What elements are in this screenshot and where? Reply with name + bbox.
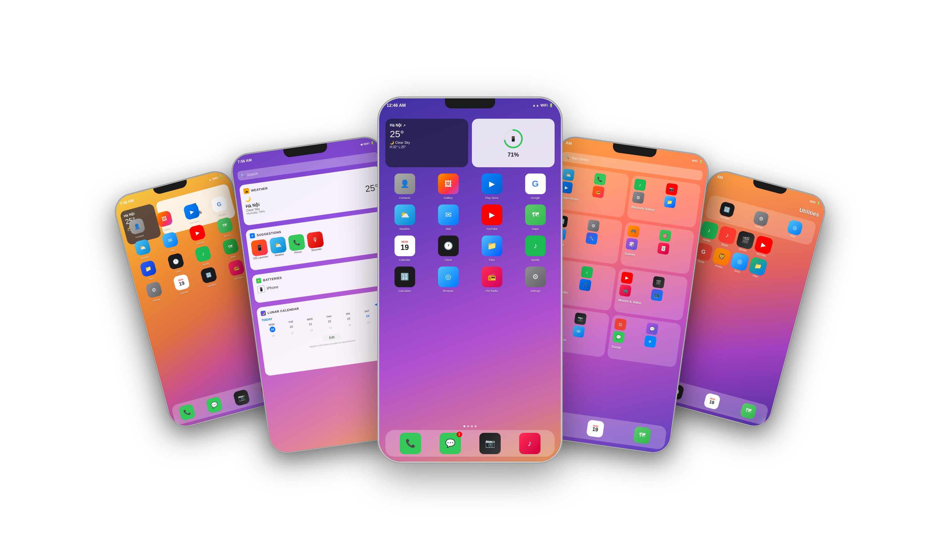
time-fr: AM xyxy=(717,174,723,180)
app-spotify[interactable]: ♪ Spotify xyxy=(516,235,555,262)
dock-music[interactable]: ♪ xyxy=(519,433,541,454)
ios-launcher-icon[interactable]: 📱 xyxy=(251,239,268,257)
files-fr-icon[interactable]: 📁 xyxy=(748,257,768,277)
photos-fr-icon[interactable]: 🦁 xyxy=(712,247,732,267)
app-cell[interactable]: 🗺 Maps xyxy=(217,237,246,261)
spotify-app-icon[interactable]: ♪ xyxy=(525,235,546,256)
section-games[interactable]: 🎮 🎯 🎲 🃏 Games xyxy=(620,222,695,274)
spotify-icon-fl[interactable]: ♪ xyxy=(194,245,212,263)
playstore-app-icon[interactable]: ▶ xyxy=(482,174,502,194)
phone-dock-icon[interactable]: 📞 xyxy=(400,433,421,454)
google-app-icon[interactable]: G xyxy=(525,174,546,194)
weather-sugg-icon[interactable]: ⛅ xyxy=(269,236,287,254)
app-settings[interactable]: ⚙ Settings xyxy=(516,266,555,292)
browser-util-icon[interactable]: ◎ xyxy=(786,219,803,236)
dock-messages[interactable]: 💬 1 xyxy=(439,433,461,454)
weather-widget-center: Hà Nội ↗ 25° 🌙 Clear Sky H:32° L:25° xyxy=(385,119,468,167)
phone-sugg-icon[interactable]: 📞 xyxy=(288,234,305,251)
app-cell[interactable]: ▶ YouTube xyxy=(183,223,213,248)
clock-app-icon[interactable]: 🕐 xyxy=(438,235,459,256)
app-browser[interactable]: ◎ Browser xyxy=(429,266,467,292)
clock-icon-fl[interactable]: 🕐 xyxy=(167,252,185,270)
edit-button-lc[interactable]: Edit xyxy=(322,333,341,342)
app-gallery[interactable]: 🖼 Gallery xyxy=(429,174,467,200)
dot-1 xyxy=(464,425,465,427)
files-app-icon[interactable]: 📁 xyxy=(482,235,502,256)
files-icon-fl[interactable]: 📁 xyxy=(139,260,157,277)
dock-camera[interactable]: 📷 xyxy=(479,433,501,454)
app-cell[interactable]: ✉ Mail xyxy=(156,230,185,255)
camera-dock-fl[interactable]: 📷 xyxy=(233,389,250,406)
app-clock[interactable]: 🕐 Clock xyxy=(429,235,467,262)
app-cell[interactable]: ♪ Spotify xyxy=(189,244,218,268)
gallery-app-icon[interactable]: 🖼 xyxy=(438,174,459,194)
gallery-icon[interactable]: 🖼 xyxy=(156,210,173,228)
maps-dock-rc[interactable]: 🗺 xyxy=(633,426,652,445)
phone-dock-fl[interactable]: 📞 xyxy=(178,403,196,421)
app-cell[interactable]: ⚙ Settings xyxy=(140,280,169,305)
app-fmradio[interactable]: 📻 FM Radio xyxy=(473,266,511,292)
section-social[interactable]: G 💬 💬 ✈ Social xyxy=(607,314,681,368)
widgets-row-center: Hà Nội ↗ 25° 🌙 Clear Sky H:32° L:25° 📱 xyxy=(385,119,555,167)
music-fr-icon[interactable]: ♪ xyxy=(718,225,738,245)
camera-dock-icon[interactable]: 📷 xyxy=(479,433,501,454)
time-center: 12:46 AM xyxy=(387,103,406,108)
maps-app-icon[interactable]: 🗺 xyxy=(525,205,546,225)
youtube-icon-fl[interactable]: ▶ xyxy=(189,224,206,242)
weather-app-icon[interactable]: ⛅ xyxy=(394,205,415,225)
app-calendar[interactable]: MON 19 Calendar xyxy=(385,235,424,262)
search-placeholder-lc: Search xyxy=(247,172,258,177)
calendar-dock-fr[interactable]: MON 19 xyxy=(703,392,721,410)
contacts-app-icon[interactable]: 👤 xyxy=(394,174,415,194)
app-cell[interactable]: 🕐 Clock xyxy=(162,251,191,276)
fmradio-app-icon[interactable]: 📻 xyxy=(482,266,502,287)
app-contacts[interactable]: 👤 Contacts xyxy=(385,174,424,200)
badge-messages: 1 xyxy=(456,432,462,437)
maps-icon-fl[interactable]: 🗺 xyxy=(222,238,239,255)
messages-dock-fl[interactable]: 💬 xyxy=(205,396,223,414)
app-cell[interactable]: 📁 Files xyxy=(134,258,163,283)
app-google[interactable]: G Google xyxy=(516,174,555,200)
app-cell[interactable]: 🔢 Calculator xyxy=(195,265,224,290)
fmradio-icon-fl[interactable]: 📻 xyxy=(228,259,245,277)
appstore-icon-fl[interactable]: ▶ xyxy=(183,203,200,220)
video-fr-icon[interactable]: 🎬 xyxy=(736,230,756,250)
mail-app-icon[interactable]: ✉ xyxy=(438,205,459,225)
app-maps[interactable]: 🗺 Maps xyxy=(516,205,555,231)
maps-dock-fr[interactable]: 🗺 xyxy=(740,402,757,420)
app-playstore[interactable]: ▶ Play Store xyxy=(473,174,511,200)
dock-phone[interactable]: 📞 xyxy=(400,433,421,454)
app-cell[interactable]: 🗺 Browse xyxy=(211,215,240,240)
settings-app-icon[interactable]: ⚙ xyxy=(525,266,546,287)
google-icon-fl[interactable]: G xyxy=(210,195,228,213)
app-files[interactable]: 📁 Files xyxy=(473,235,511,262)
page-dots-center xyxy=(379,425,561,427)
browse-icon-fl[interactable]: 🗺 xyxy=(216,217,233,234)
app-calculator[interactable]: 🔢 Calculator xyxy=(385,266,424,292)
app-weather[interactable]: ⛅ Weather xyxy=(385,205,424,231)
maps-fr-icon[interactable]: ◎ xyxy=(730,251,750,272)
browser-app-icon[interactable]: ◎ xyxy=(438,266,459,287)
calendar-app-icon[interactable]: MON 19 xyxy=(394,235,415,256)
calendar-dock-rc[interactable]: MON 19 xyxy=(586,419,605,438)
status-icons-center: ▲▲ WiFi 🔋 xyxy=(532,103,553,108)
weather-app-fl[interactable]: ⛅ xyxy=(134,238,151,256)
recorder-icon[interactable]: 🎙 xyxy=(307,231,324,249)
mail-icon-fl[interactable]: ✉ xyxy=(161,231,179,249)
calculator-app-icon[interactable]: 🔢 xyxy=(394,266,415,287)
app-mail[interactable]: ✉ Mail xyxy=(429,205,467,231)
music-dock-icon[interactable]: ♪ xyxy=(519,433,541,454)
section-suggestions[interactable]: ⛅ 📞 ▶ 📻 Suggestions xyxy=(555,165,629,218)
calendar-icon-fl[interactable]: MON 19 xyxy=(173,274,190,291)
section-movies-video[interactable]: ▶ 🎬 📹 📺 Movies & Video xyxy=(613,268,688,321)
spotify-fr-icon[interactable]: ♪ xyxy=(700,220,720,240)
dot-2 xyxy=(467,425,469,427)
calculator-icon-fl[interactable]: 🔢 xyxy=(200,266,217,284)
settings-icon-fl[interactable]: ⚙ xyxy=(145,281,163,298)
youtube-app-icon[interactable]: ▶ xyxy=(482,205,502,225)
app-youtube[interactable]: ▶ YouTube xyxy=(473,205,511,231)
app-cell[interactable]: MON 19 Calendar xyxy=(167,272,196,297)
section-recently-added[interactable]: ♪ 📷 ⚙ 📁 Recently Added xyxy=(626,175,701,228)
contacts-icon[interactable]: 👤 xyxy=(128,217,146,235)
app-cell[interactable]: ⛅ Weather xyxy=(128,237,157,262)
